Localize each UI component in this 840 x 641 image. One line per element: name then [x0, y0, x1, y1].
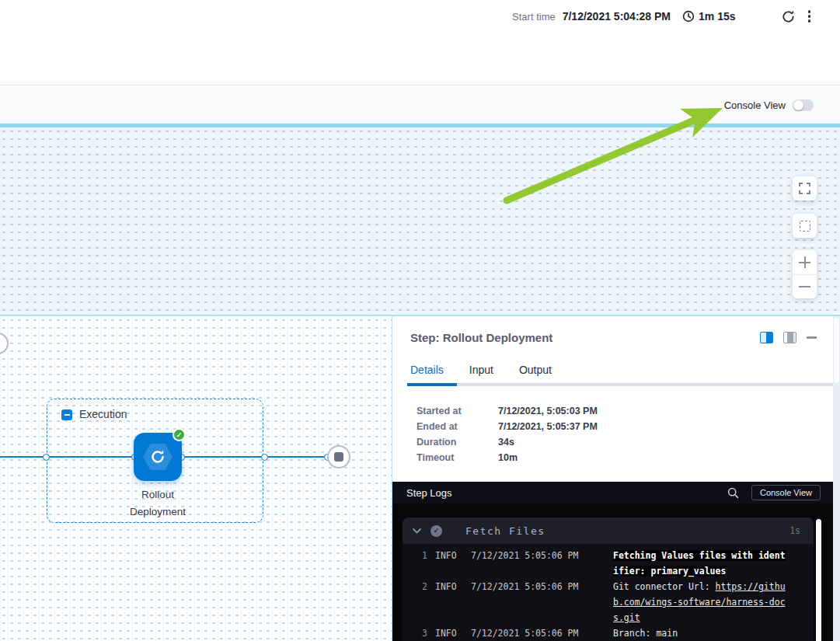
tab-details[interactable]: Details: [410, 364, 444, 376]
step-logs-title: Step Logs: [406, 487, 452, 499]
detail-row: Ended at 7/12/2021, 5:05:37 PM: [417, 419, 598, 434]
line-number: 1: [404, 548, 427, 579]
step-details-panel: Step: Rollout Deployment Details Input O…: [392, 316, 840, 641]
logs-console-view-button[interactable]: Console View: [751, 485, 821, 500]
execution-group-label: Execution: [79, 408, 127, 420]
panel-scrollbar-thumb[interactable]: [834, 318, 839, 383]
clock-icon: [682, 10, 695, 23]
pipeline-canvas-upper[interactable]: [0, 127, 840, 315]
log-level: INFO: [435, 625, 463, 641]
log-group: ✓ Fetch Files 1s 1 INFO 7/12/2021 5:05:0…: [403, 517, 814, 641]
step-node-label: Rollout Deployment: [96, 486, 220, 521]
status-success-icon: ✓: [430, 525, 442, 537]
panel-title: Step: Rollout Deployment: [410, 331, 552, 344]
tab-output[interactable]: Output: [519, 364, 552, 376]
more-options-button[interactable]: [808, 10, 811, 23]
panel-scrollbar-track[interactable]: [833, 316, 840, 641]
detail-value: 10m: [498, 450, 518, 465]
active-tab-indicator: [407, 383, 457, 386]
kebab-menu-icon: [808, 10, 811, 23]
toggle-knob: [793, 100, 803, 110]
detail-row: Timeout 10m: [417, 450, 598, 465]
minimize-panel-icon[interactable]: [807, 336, 817, 339]
refresh-button[interactable]: [781, 9, 796, 24]
selection-marquee-icon: [800, 221, 810, 232]
end-node[interactable]: [327, 445, 350, 469]
panel-tabs: Details Input Output: [410, 364, 552, 376]
start-time-label: Start time: [512, 11, 556, 23]
fullscreen-icon: [799, 183, 810, 194]
rollout-refresh-icon: [148, 448, 167, 466]
log-message: Fetching Values files with identifier: p…: [613, 548, 790, 579]
plus-icon: [799, 256, 810, 268]
zoom-button-group: [793, 250, 817, 298]
elapsed-duration: 1m 15s: [699, 10, 735, 23]
connector-dot: [43, 454, 50, 461]
pipeline-toolbar: Console View: [0, 86, 840, 124]
console-view-toggle[interactable]: [793, 99, 814, 111]
log-group-duration: 1s: [789, 525, 800, 536]
minus-icon: [64, 414, 70, 416]
detail-value: 7/12/2021, 5:05:37 PM: [498, 419, 598, 434]
line-number: 3: [404, 625, 427, 641]
fullscreen-button[interactable]: [793, 176, 817, 200]
stop-square-icon: [334, 452, 343, 462]
log-timestamp: 7/12/2021 5:05:06 PM: [471, 625, 605, 641]
zoom-out-button[interactable]: [793, 274, 817, 298]
log-scrollbar-thumb[interactable]: [816, 519, 821, 641]
split-view-right-icon[interactable]: [760, 332, 773, 343]
log-line: 2 INFO 7/12/2021 5:05:06 PM Git connecto…: [403, 579, 814, 625]
console-view-label: Console View: [724, 99, 786, 111]
detail-row: Duration 34s: [417, 434, 598, 450]
log-line: 1 INFO 7/12/2021 5:05:06 PM Fetching Val…: [403, 548, 814, 579]
log-level: INFO: [435, 548, 463, 579]
tab-underline: [407, 383, 840, 386]
detail-label: Duration: [417, 434, 498, 450]
connector-dot: [261, 454, 268, 461]
log-message: Branch: main: [613, 625, 790, 641]
log-viewer[interactable]: ✓ Fetch Files 1s 1 INFO 7/12/2021 5:05:0…: [392, 503, 833, 641]
success-badge-icon: ✓: [173, 428, 186, 441]
detail-row: Started at 7/12/2021, 5:05:03 PM: [417, 403, 598, 419]
log-timestamp: 7/12/2021 5:05:06 PM: [471, 548, 605, 579]
split-view-bottom-icon[interactable]: [783, 332, 796, 343]
log-group-name: Fetch Files: [465, 525, 545, 537]
chevron-down-icon: [413, 528, 421, 534]
log-level: INFO: [435, 579, 463, 625]
detail-value: 7/12/2021, 5:05:03 PM: [498, 403, 598, 419]
pipeline-canvas-graph[interactable]: Execution ✓ Rollout Deployment: [0, 316, 392, 641]
log-lines: 1 INFO 7/12/2021 5:05:06 PM Fetching Val…: [403, 544, 814, 641]
log-message: Git connector Url: https://github.com/wi…: [613, 579, 790, 625]
log-line: 3 INFO 7/12/2021 5:05:06 PM Branch: main: [403, 625, 814, 641]
step-details-list: Started at 7/12/2021, 5:05:03 PM Ended a…: [417, 403, 598, 465]
minus-icon: [799, 281, 810, 293]
execution-meta: Start time 7/12/2021 5:04:28 PM 1m 15s: [512, 7, 810, 26]
log-group-header[interactable]: ✓ Fetch Files 1s: [403, 517, 814, 544]
zoom-in-button[interactable]: [793, 250, 817, 274]
tab-input[interactable]: Input: [469, 364, 493, 376]
refresh-icon: [781, 9, 796, 24]
line-number: 2: [404, 579, 427, 625]
search-icon[interactable]: [727, 487, 739, 499]
step-logs-bar: Step Logs Console View: [392, 482, 833, 503]
start-time-value: 7/12/2021 5:04:28 PM: [563, 10, 671, 23]
log-timestamp: 7/12/2021 5:05:06 PM: [471, 579, 605, 625]
detail-label: Ended at: [417, 419, 498, 434]
detail-value: 34s: [498, 434, 514, 450]
collapse-group-button[interactable]: [61, 409, 72, 420]
detail-label: Timeout: [417, 450, 498, 465]
fit-to-selection-button[interactable]: [793, 214, 817, 238]
detail-label: Started at: [417, 403, 498, 419]
top-bar: Start time 7/12/2021 5:04:28 PM 1m 15s: [0, 0, 840, 85]
offscreen-node: [0, 333, 9, 354]
